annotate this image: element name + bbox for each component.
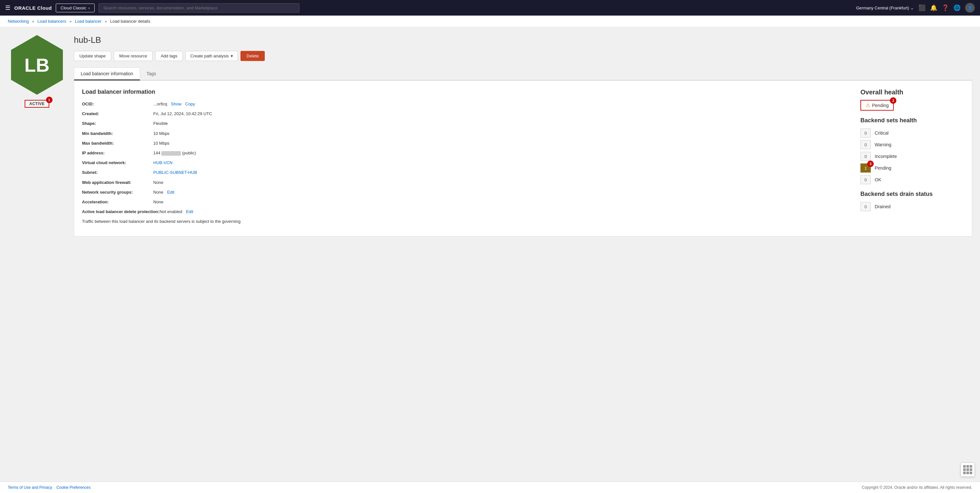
tabs: Load balancer information Tags <box>74 67 972 80</box>
copy-ocid-link[interactable]: Copy <box>185 102 195 106</box>
drain-title: Backend sets drain status <box>861 191 964 198</box>
terminal-icon[interactable]: ⬛ <box>918 4 926 11</box>
footer: Terms of Use and Privacy Cookie Preferen… <box>0 482 980 493</box>
action-buttons: Update shape Move resource Add tags Crea… <box>74 51 972 61</box>
info-row-vcn: Virtual cloud network: HUB-VCN <box>82 160 848 166</box>
add-tags-button[interactable]: Add tags <box>155 51 183 61</box>
nsg-edit-link[interactable]: Edit <box>167 190 174 195</box>
info-row-max-bandwidth: Max bandwidth: 10 Mbps <box>82 140 848 146</box>
cloud-classic-button[interactable]: Cloud Classic › <box>56 3 95 12</box>
create-path-analysis-button[interactable]: Create path analysis ▾ <box>185 51 238 61</box>
pending-count-badge: 3 <box>867 161 874 167</box>
right-content: hub-LB Update shape Move resource Add ta… <box>74 35 972 474</box>
region-selector[interactable]: Germany Central (Frankfurt) ⌄ <box>856 5 914 10</box>
vcn-link[interactable]: HUB-VCN <box>153 160 172 165</box>
health-row-critical: 0 Critical <box>861 128 964 137</box>
overall-health-badge-num: 2 <box>890 97 896 104</box>
breadcrumb-current: Load balancer details <box>110 19 150 24</box>
page-title: hub-LB <box>74 35 972 45</box>
resource-initials: LB <box>24 54 49 76</box>
details-panel: Load balancer information OCID: ...orflc… <box>74 80 972 236</box>
info-row-ip: IP address: 144 (public) <box>82 150 848 156</box>
backend-health-title: Backend sets health <box>861 117 964 124</box>
help-widget-grid <box>963 465 972 474</box>
health-row-pending: 1 3 Pending <box>861 163 964 172</box>
info-row-shape: Shape: Flexible <box>82 121 848 126</box>
help-widget[interactable] <box>961 463 975 477</box>
pending-count: 1 3 <box>861 163 871 172</box>
terms-link[interactable]: Terms of Use and Privacy <box>8 485 52 490</box>
update-shape-button[interactable]: Update shape <box>74 51 111 61</box>
resource-icon-container: LB <box>11 35 63 95</box>
overall-health-title: Overall health <box>861 89 964 96</box>
status-badge-container: ACTIVE 1 <box>25 100 49 108</box>
warning-icon: ⚠ <box>865 102 870 108</box>
search-input[interactable] <box>99 3 299 13</box>
hamburger-icon[interactable]: ☰ <box>5 4 10 11</box>
warning-count: 0 <box>861 140 871 149</box>
notification-bell-icon[interactable]: 🔔 <box>930 4 937 11</box>
globe-icon[interactable]: 🌐 <box>953 4 961 11</box>
footer-left: Terms of Use and Privacy Cookie Preferen… <box>8 485 91 490</box>
show-ocid-link[interactable]: Show <box>171 102 181 106</box>
breadcrumb-load-balancer[interactable]: Load balancer <box>75 19 102 24</box>
info-row-created: Created: Fri, Jul 12, 2024, 10:42:29 UTC <box>82 111 848 117</box>
info-row-acceleration: Acceleration: None <box>82 199 848 205</box>
drained-count: 0 <box>861 202 871 211</box>
status-badge: ACTIVE <box>25 100 49 108</box>
tab-load-balancer-information[interactable]: Load balancer information <box>74 67 140 80</box>
lb-info-section: Load balancer information OCID: ...orflc… <box>82 89 848 228</box>
info-row-delete-protection: Active load balancer delete protection: … <box>82 209 848 215</box>
oracle-logo: ORACLE Cloud <box>14 5 52 11</box>
info-row-min-bandwidth: Min bandwidth: 10 Mbps <box>82 131 848 137</box>
cookie-link[interactable]: Cookie Preferences <box>56 485 91 490</box>
subnet-link[interactable]: PUBLIC-SUBNET-HUB <box>153 170 197 175</box>
info-row-subnet: Subnet: PUBLIC-SUBNET-HUB <box>82 170 848 176</box>
left-panel: LB ACTIVE 1 <box>8 35 66 474</box>
move-resource-button[interactable]: Move resource <box>114 51 153 61</box>
health-row-drained: 0 Drained <box>861 202 964 211</box>
breadcrumb: Networking » Load balancers » Load balan… <box>0 16 980 27</box>
info-row-ocid: OCID: ...orflcq Show Copy <box>82 101 848 107</box>
info-row-waf: Web application firewall: None <box>82 180 848 185</box>
delete-button[interactable]: Delete <box>240 51 265 61</box>
health-row-incomplete: 0 Incomplete <box>861 152 964 161</box>
overall-health-pending-badge: ⚠ Pending 2 <box>861 100 894 111</box>
lb-info-title: Load balancer information <box>82 89 848 95</box>
ok-count: 0 <box>861 175 871 184</box>
status-badge-number: 1 <box>46 97 52 103</box>
tab-tags[interactable]: Tags <box>140 67 163 80</box>
incomplete-count: 0 <box>861 152 871 161</box>
health-row-ok: 0 OK <box>861 175 964 184</box>
health-row-warning: 0 Warning <box>861 140 964 149</box>
delete-protection-edit-link[interactable]: Edit <box>186 209 193 214</box>
main-content: LB ACTIVE 1 hub-LB Update shape Move res… <box>0 27 980 482</box>
help-question-icon[interactable]: ❓ <box>942 4 949 11</box>
resource-hexagon: LB <box>11 35 63 95</box>
health-section: Overall health ⚠ Pending 2 Backend sets … <box>861 89 964 228</box>
avatar[interactable]: 👤 <box>965 3 975 13</box>
top-navigation: ☰ ORACLE Cloud Cloud Classic › Germany C… <box>0 0 980 16</box>
nav-right: Germany Central (Frankfurt) ⌄ ⬛ 🔔 ❓ 🌐 👤 <box>856 3 975 13</box>
info-row-traffic-note: Traffic between this load balancer and i… <box>82 219 848 225</box>
critical-count: 0 <box>861 128 871 137</box>
info-row-nsg: Network security groups: None Edit <box>82 190 848 195</box>
footer-copyright: Copyright © 2024, Oracle and/or its affi… <box>862 485 972 490</box>
ip-masked <box>161 151 181 156</box>
breadcrumb-networking[interactable]: Networking <box>8 19 29 24</box>
breadcrumb-load-balancers[interactable]: Load balancers <box>38 19 67 24</box>
